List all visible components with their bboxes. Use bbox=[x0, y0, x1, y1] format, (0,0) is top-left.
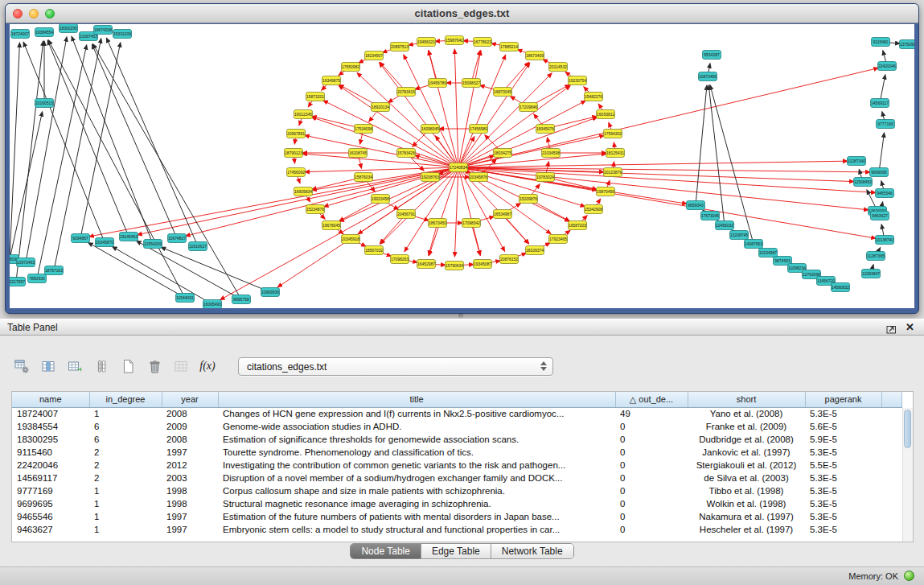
table-cell[interactable]: 6 bbox=[89, 420, 162, 433]
table-cell[interactable]: Franke et al. (2009) bbox=[688, 420, 805, 433]
table-row[interactable]: 977716911998Corpus callosum shape and si… bbox=[12, 484, 901, 497]
graph-node[interactable]: 20345870 bbox=[96, 238, 114, 247]
table-cell[interactable]: 18724007 bbox=[12, 407, 89, 420]
column-header[interactable]: year bbox=[162, 392, 218, 407]
graph-node[interactable]: 15873201 bbox=[306, 93, 325, 101]
table-cell[interactable]: 5.3E-5 bbox=[805, 497, 881, 510]
table-cell[interactable]: Corpus callosum shape and size in male p… bbox=[218, 484, 615, 497]
table-cell[interactable] bbox=[881, 407, 901, 420]
graph-node[interactable]: 15783426 bbox=[397, 149, 416, 158]
graph-node[interactable]: 20876152 bbox=[500, 255, 519, 264]
new-table-button[interactable] bbox=[117, 356, 138, 377]
table-cell[interactable]: 19384554 bbox=[12, 420, 89, 433]
graph-node[interactable]: 19023458 bbox=[372, 195, 390, 204]
graph-node[interactable]: 18109374 bbox=[526, 246, 544, 255]
window-titlebar[interactable]: citations_edges.txt bbox=[6, 4, 918, 23]
graph-node[interactable]: 19145453 bbox=[120, 233, 138, 241]
graph-node[interactable]: 16674208 bbox=[94, 26, 113, 35]
graph-node[interactable]: 16095493 bbox=[203, 300, 222, 309]
column-header[interactable]: title bbox=[218, 392, 615, 407]
graph-node[interactable]: 20114532 bbox=[549, 63, 568, 72]
graph-node[interactable]: 12093847 bbox=[862, 270, 881, 278]
table-cell[interactable]: 5.3E-5 bbox=[805, 472, 881, 484]
table-cell[interactable]: Nakamura et al. (1997) bbox=[688, 510, 805, 523]
graph-node[interactable]: 15234876 bbox=[306, 205, 325, 214]
graph-node[interactable]: 15790634 bbox=[446, 262, 464, 270]
table-disabled-button[interactable] bbox=[170, 356, 191, 377]
table-cell[interactable]: 5.6E-5 bbox=[805, 420, 881, 433]
graph-node[interactable]: 17534098 bbox=[355, 125, 373, 134]
graph-node[interactable]: 9659043 bbox=[687, 201, 705, 210]
graph-node[interactable]: 16905834 bbox=[294, 187, 313, 196]
table-cell[interactable]: 22420046 bbox=[12, 459, 89, 472]
table-settings-button[interactable] bbox=[11, 356, 32, 377]
graph-node[interactable]: 18920134 bbox=[372, 103, 390, 112]
graph-node[interactable]: 18673450 bbox=[429, 219, 447, 228]
graph-node[interactable]: 22420046 bbox=[878, 62, 897, 71]
column-header[interactable]: pagerank bbox=[805, 392, 881, 407]
graph-node[interactable]: 17923465 bbox=[549, 235, 568, 244]
table-cell[interactable]: Yano et al. (2008) bbox=[688, 407, 805, 420]
table-row[interactable]: 969969511998Structural magnetic resonanc… bbox=[12, 497, 901, 510]
graph-node[interactable]: 11610627 bbox=[189, 242, 207, 251]
graph-node[interactable]: 9115460 bbox=[872, 38, 890, 47]
table-cell[interactable] bbox=[881, 459, 901, 472]
table-cell[interactable]: 9465546 bbox=[12, 510, 89, 523]
table-cell[interactable] bbox=[881, 510, 901, 523]
table-cell[interactable]: 0 bbox=[615, 420, 688, 433]
column-header[interactable]: short bbox=[688, 392, 805, 407]
graph-node[interactable]: 8995758 bbox=[232, 295, 251, 304]
graph-node[interactable]: 18125431 bbox=[606, 149, 625, 158]
table-cell[interactable]: Dudbridge et al. (2008) bbox=[688, 433, 805, 446]
table-cell[interactable]: 5.5E-5 bbox=[805, 459, 881, 472]
graph-node[interactable]: 15331209 bbox=[113, 30, 132, 39]
graph-node[interactable]: 9463627 bbox=[871, 212, 889, 220]
graph-node[interactable]: 10973493 bbox=[17, 258, 35, 267]
graph-node[interactable]: 16208745 bbox=[349, 149, 368, 158]
table-cell[interactable]: Embryonic stem cells: a model to study s… bbox=[218, 523, 615, 536]
table-cell[interactable]: 1 bbox=[89, 407, 162, 420]
table-row[interactable]: 1872400712008Changes of HCN gene express… bbox=[12, 407, 901, 420]
table-cell[interactable]: 6 bbox=[89, 433, 162, 446]
graph-node[interactable]: 18673409 bbox=[526, 51, 544, 60]
tab-network-table[interactable]: Network Table bbox=[491, 544, 573, 558]
minimize-window-button[interactable] bbox=[29, 9, 39, 19]
graph-node[interactable]: 19678045 bbox=[322, 221, 341, 230]
graph-node[interactable]: 12217897 bbox=[10, 278, 26, 286]
graph-node[interactable]: 19783024 bbox=[536, 173, 555, 182]
graph-node[interactable]: 11287365 bbox=[867, 252, 885, 261]
tab-edge-table[interactable]: Edge Table bbox=[421, 544, 491, 558]
graph-node[interactable]: 18757163 bbox=[45, 266, 64, 275]
table-cell[interactable]: 49 bbox=[615, 407, 688, 420]
graph-node[interactable]: 19012345 bbox=[294, 110, 313, 119]
graph-node[interactable]: 12908453 bbox=[854, 178, 873, 187]
graph-node[interactable]: 16098345 bbox=[421, 125, 440, 134]
graph-node[interactable]: 19230754 bbox=[569, 76, 587, 85]
graph-node[interactable]: 9465546 bbox=[876, 189, 894, 198]
table-cell[interactable]: 5.9E-5 bbox=[805, 433, 881, 446]
graph-node[interactable]: 10969936 bbox=[261, 288, 280, 297]
table-scrollbar[interactable] bbox=[902, 408, 913, 542]
table-cell[interactable]: 2 bbox=[89, 446, 162, 459]
float-panel-icon[interactable] bbox=[886, 323, 897, 332]
column-header[interactable] bbox=[881, 392, 901, 407]
import-table-button[interactable] bbox=[64, 356, 85, 377]
graph-node[interactable]: 19870456 bbox=[597, 187, 615, 196]
graph-node[interactable]: 18345076 bbox=[536, 125, 555, 134]
graph-node[interactable]: 16587203 bbox=[569, 221, 587, 230]
table-cell[interactable]: 0 bbox=[615, 523, 688, 536]
graph-node[interactable]: 17098263 bbox=[391, 255, 409, 264]
table-cell[interactable] bbox=[881, 484, 901, 497]
graph-node[interactable]: 9699695 bbox=[870, 168, 889, 177]
table-cell[interactable]: 2 bbox=[89, 472, 162, 484]
table-cell[interactable]: 5.3E-5 bbox=[805, 446, 881, 459]
graph-node[interactable]: 17885214 bbox=[500, 43, 519, 51]
graph-node[interactable]: 15482276 bbox=[585, 93, 603, 101]
graph-node[interactable]: 20123879 bbox=[604, 168, 622, 177]
table-cell[interactable]: 1 bbox=[89, 497, 162, 510]
graph-node[interactable]: 15876034 bbox=[355, 173, 373, 182]
graph-node[interactable]: 20897513 bbox=[391, 43, 409, 51]
graph-node[interactable]: 18567032 bbox=[365, 246, 384, 255]
table-cell[interactable]: 5.3E-5 bbox=[805, 484, 881, 497]
table-cell[interactable]: 18300295 bbox=[12, 433, 89, 446]
